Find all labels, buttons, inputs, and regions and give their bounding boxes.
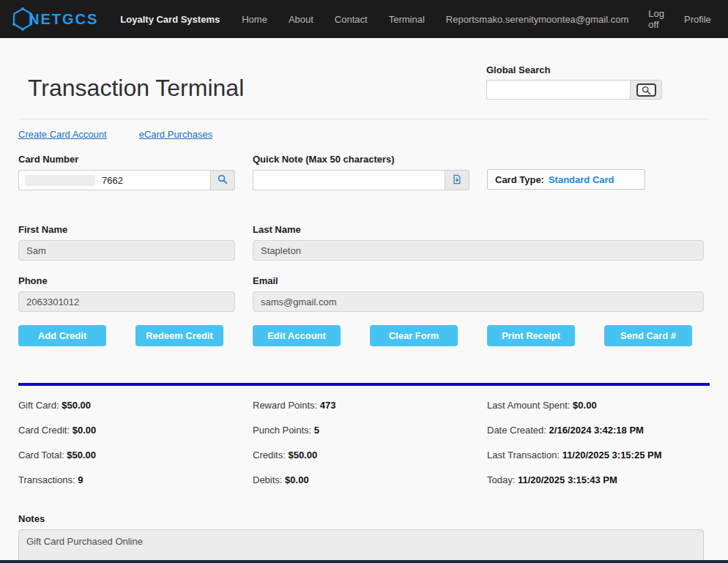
email-label: Email — [253, 275, 704, 286]
stat-credits: Credits: $50.00 — [253, 450, 487, 461]
create-card-account-link[interactable]: Create Card Account — [18, 129, 107, 140]
card-number-value: 7662 — [102, 175, 123, 186]
section-divider — [18, 383, 710, 386]
stat-card-total: Card Total: $50.00 — [18, 450, 253, 461]
ecard-purchases-link[interactable]: eCard Purchases — [139, 129, 212, 140]
send-card-number-button[interactable]: Send Card # — [604, 325, 692, 346]
stat-reward-points: Reward Points: 473 — [253, 400, 487, 411]
nav-item-contact[interactable]: Contact — [335, 14, 368, 25]
clear-form-button[interactable]: Clear Form — [370, 325, 458, 346]
brand-logo[interactable]: NETGCS — [12, 6, 98, 32]
nav-links: Home About Contact Terminal Reports — [242, 14, 479, 25]
main-content: Global Search Transaction Terminal Creat… — [0, 38, 728, 563]
log-off-link[interactable]: Log off — [648, 8, 664, 30]
stats-column-2: Reward Points: 473 Punch Points: 5 Credi… — [253, 400, 487, 499]
nav-item-terminal[interactable]: Terminal — [389, 14, 425, 25]
search-icon — [636, 83, 656, 97]
stat-today: Today: 11/20/2025 3:15:43 PM — [487, 474, 704, 485]
phone-input[interactable] — [18, 291, 235, 312]
stats-column-1: Gift Card: $50.00 Card Credit: $0.00 Car… — [18, 400, 253, 499]
card-number-mask — [25, 175, 95, 186]
stat-card-credit: Card Credit: $0.00 — [18, 425, 253, 436]
global-search-button[interactable] — [630, 80, 662, 100]
nav-item-reports[interactable]: Reports — [446, 14, 480, 25]
stat-last-transaction: Last Transaction: 11/20/2025 3:15:25 PM — [487, 450, 704, 461]
form-row-1: Card Number 7662 Quick Note (Max 50 — [18, 154, 710, 190]
nav-item-home[interactable]: Home — [242, 14, 267, 25]
notes-textarea[interactable]: Gift Card Purchased Online — [18, 529, 704, 563]
stat-date-created: Date Created: 2/16/2024 3:42:18 PM — [487, 425, 704, 436]
stat-punch-points: Punch Points: 5 — [253, 425, 487, 436]
first-name-input[interactable] — [18, 240, 235, 261]
print-receipt-button[interactable]: Print Receipt — [487, 325, 575, 346]
stat-gift-card: Gift Card: $50.00 — [18, 400, 253, 411]
redeem-credit-button[interactable]: Redeem Credit — [135, 325, 223, 346]
first-name-label: First Name — [18, 224, 235, 235]
profile-link[interactable]: Profile — [684, 14, 711, 25]
save-note-icon — [452, 174, 462, 187]
global-search-label: Global Search — [486, 64, 662, 75]
user-email-link[interactable]: mako.serenitymoontea@gmail.com — [479, 14, 628, 25]
notes-section: Notes Gift Card Purchased Online — [18, 513, 710, 563]
top-navbar: NETGCS Loyalty Card Systems Home About C… — [0, 0, 728, 38]
nav-item-about[interactable]: About — [289, 14, 313, 25]
save-note-button[interactable] — [445, 170, 469, 190]
brand-name: NETGCS — [29, 11, 98, 28]
card-type-label: Card Type: — [495, 174, 544, 185]
action-buttons: Add Credit Redeem Credit Edit Account Cl… — [18, 325, 710, 346]
stats-column-3: Last Amount Spent: $0.00 Date Created: 2… — [487, 400, 704, 499]
last-name-input[interactable] — [253, 240, 704, 261]
add-credit-button[interactable]: Add Credit — [18, 325, 106, 346]
form-row-2: First Name Last Name — [18, 224, 710, 261]
card-type-box: Card Type: Standard Card — [487, 169, 645, 190]
global-search: Global Search — [486, 64, 662, 100]
card-number-input[interactable]: 7662 — [18, 170, 210, 190]
notes-label: Notes — [18, 513, 710, 524]
quick-note-input[interactable] — [253, 170, 445, 190]
quick-note-label: Quick Note (Max 50 characters) — [253, 154, 469, 165]
card-number-search-button[interactable] — [210, 170, 235, 190]
search-icon — [218, 174, 228, 187]
last-name-label: Last Name — [253, 224, 704, 235]
card-stats: Gift Card: $50.00 Card Credit: $0.00 Car… — [18, 400, 710, 499]
footer-strip — [0, 560, 728, 563]
nav-user-section: mako.serenitymoontea@gmail.com Log off P… — [479, 8, 728, 30]
stat-last-amount-spent: Last Amount Spent: $0.00 — [487, 400, 704, 411]
card-number-label: Card Number — [18, 154, 235, 165]
stat-transactions: Transactions: 9 — [18, 474, 253, 485]
stat-debits: Debits: $0.00 — [253, 474, 487, 485]
quick-links: Create Card Account eCard Purchases — [18, 129, 710, 140]
form-row-3: Phone Email — [18, 275, 710, 312]
email-input[interactable] — [253, 291, 704, 312]
edit-account-button[interactable]: Edit Account — [253, 325, 341, 346]
phone-label: Phone — [18, 275, 235, 286]
global-search-input[interactable] — [486, 80, 630, 100]
card-type-value[interactable]: Standard Card — [549, 174, 614, 185]
title-divider — [18, 119, 710, 119]
app-title: Loyalty Card Systems — [120, 14, 220, 25]
